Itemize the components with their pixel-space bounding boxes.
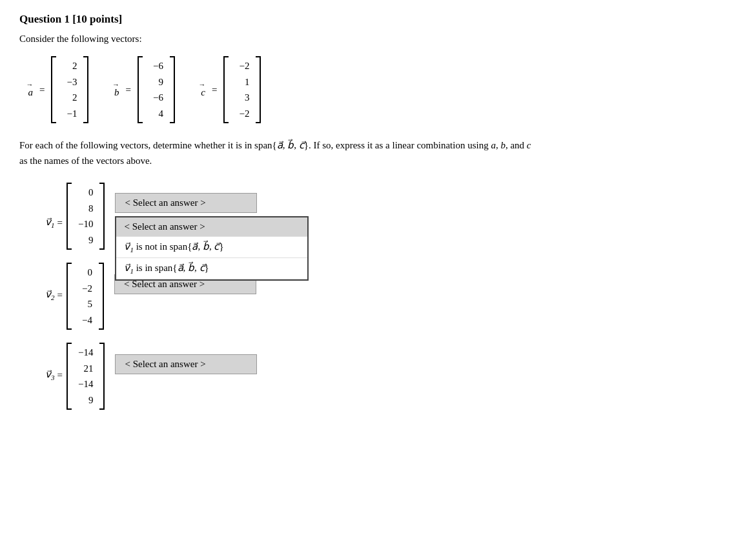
v2-matrix: 0 −2 5 −4 bbox=[66, 263, 104, 330]
v1-select-wrapper: < Select an answer > < Select an answer … bbox=[115, 193, 257, 213]
vector-a-label: → a bbox=[26, 81, 33, 98]
vector-c-expr: → c = −2 1 3 −2 bbox=[198, 56, 261, 123]
given-vectors-row: → a = 2 −3 2 −1 → b = bbox=[26, 56, 737, 123]
vector-b-matrix: −6 9 −6 4 bbox=[138, 56, 175, 123]
vector-a-matrix: 2 −3 2 −1 bbox=[51, 56, 88, 123]
v3-select-wrapper: < Select an answer > bbox=[115, 354, 257, 374]
span-instruction: For each of the following vectors, deter… bbox=[19, 137, 536, 168]
v1-dropdown-item-2[interactable]: v⃗1 is in span{a⃗, b⃗, c⃗} bbox=[116, 258, 307, 279]
v3-select-button[interactable]: < Select an answer > bbox=[115, 354, 257, 374]
vector-b-expr: → b = −6 9 −6 4 bbox=[112, 56, 174, 123]
v3-label: v⃗3 bbox=[45, 368, 55, 381]
question-container: Question 1 [10 points] Consider the foll… bbox=[19, 13, 737, 410]
intro-text: Consider the following vectors: bbox=[19, 34, 737, 45]
v1-label: v⃗1 bbox=[45, 216, 55, 229]
question-title: Question 1 [10 points] bbox=[19, 13, 737, 26]
v1-select-button[interactable]: < Select an answer > bbox=[115, 193, 257, 213]
v1-dropdown-item-1[interactable]: v⃗1 is not in span{a⃗, b⃗, c⃗} bbox=[116, 237, 307, 258]
v2-label: v⃗2 bbox=[45, 288, 55, 301]
v1-row: v⃗1 = 0 8 −10 9 < Select an answer > < S… bbox=[45, 183, 737, 250]
vector-c-label: → c bbox=[198, 81, 205, 98]
vector-c-matrix: −2 1 3 −2 bbox=[223, 56, 261, 123]
v1-matrix: 0 8 −10 9 bbox=[66, 183, 105, 250]
v1-dropdown-item-0[interactable]: < Select an answer > bbox=[116, 217, 307, 237]
v1-dropdown: < Select an answer > v⃗1 is not in span{… bbox=[115, 216, 309, 281]
v3-matrix: −14 21 −14 9 bbox=[66, 343, 105, 410]
vector-a-expr: → a = 2 −3 2 −1 bbox=[26, 56, 88, 123]
vector-b-label: → b bbox=[112, 81, 119, 98]
v3-row: v⃗3 = −14 21 −14 9 < Select an answer > bbox=[45, 343, 737, 410]
